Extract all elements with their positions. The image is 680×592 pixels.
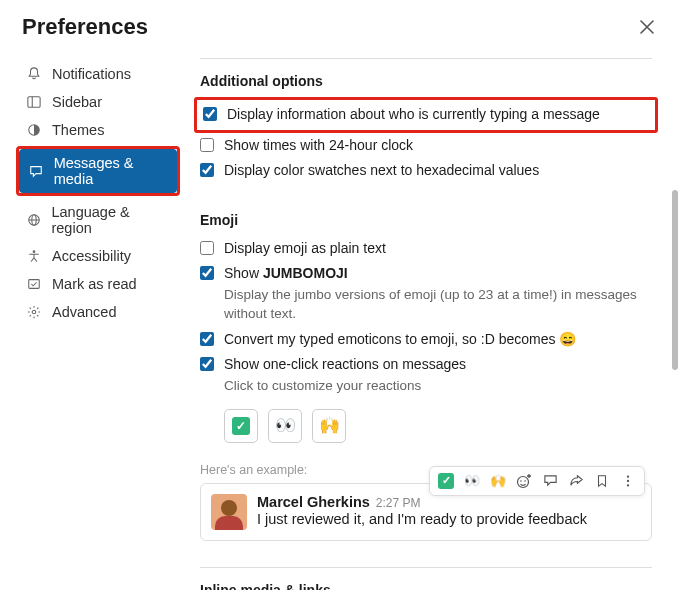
message-hover-toolbar: ✓ 👀 🙌 (429, 466, 645, 496)
checkbox-color-swatches[interactable] (200, 163, 214, 177)
close-icon (640, 20, 654, 34)
option-label: Display information about who is current… (227, 105, 600, 125)
sidebar-item-language[interactable]: Language & region (16, 198, 180, 242)
toolbar-reaction-hands[interactable]: 🙌 (487, 470, 509, 492)
sidebar-item-label: Accessibility (52, 248, 131, 264)
sidebar-item-accessibility[interactable]: Accessibility (16, 242, 180, 270)
option-description: Display the jumbo versions of emoji (up … (224, 286, 652, 324)
toolbar-more[interactable] (617, 470, 639, 492)
option-label: Display emoji as plain text (224, 239, 386, 259)
main-panel: Additional options Display information a… (190, 54, 680, 590)
reaction-slot-1[interactable]: ✓ (224, 409, 258, 443)
option-label: Convert my typed emoticons to emoji, so … (224, 330, 576, 350)
sidebar-item-themes[interactable]: Themes (16, 116, 180, 144)
sidebar-item-advanced[interactable]: Advanced (16, 298, 180, 326)
globe-icon (26, 213, 41, 227)
themes-icon (26, 123, 42, 137)
toolbar-share[interactable] (565, 470, 587, 492)
svg-point-10 (520, 480, 522, 482)
reaction-picker-row: ✓ 👀 🙌 (224, 409, 652, 443)
check-icon: ✓ (438, 473, 454, 489)
divider (200, 58, 652, 59)
toolbar-reaction-check[interactable]: ✓ (435, 470, 457, 492)
message-icon (29, 164, 44, 178)
option-description: Click to customize your reactions (224, 377, 466, 396)
check-icon: ✓ (232, 417, 250, 435)
section-title-additional: Additional options (200, 73, 652, 89)
scrollbar[interactable] (672, 190, 678, 370)
smile-plus-icon (516, 473, 532, 489)
svg-point-8 (32, 310, 36, 314)
toolbar-reaction-eyes[interactable]: 👀 (461, 470, 483, 492)
svg-point-14 (627, 484, 629, 486)
option-label: Show one-click reactions on messages (224, 356, 466, 372)
more-vertical-icon (621, 474, 635, 488)
sidebar-item-label: Messages & media (54, 155, 167, 187)
bell-icon (26, 67, 42, 81)
svg-rect-7 (29, 280, 40, 289)
svg-point-12 (627, 475, 629, 477)
sidebar-item-notifications[interactable]: Notifications (16, 60, 180, 88)
section-title-emoji: Emoji (200, 212, 652, 228)
avatar (211, 494, 247, 530)
hands-icon: 🙌 (319, 415, 340, 436)
divider (200, 567, 652, 568)
checkbox-convert-emoticons[interactable] (200, 332, 214, 346)
message-text: I just reviewed it, and I'm ready to pro… (257, 511, 641, 527)
option-label: Display color swatches next to hexadecim… (224, 161, 539, 181)
toolbar-thread[interactable] (539, 470, 561, 492)
share-icon (569, 473, 584, 488)
checkbox-typing-indicator[interactable] (203, 107, 217, 121)
bookmark-icon (595, 474, 609, 488)
sidebar-item-label: Notifications (52, 66, 131, 82)
sidebar-item-highlight: Messages & media (16, 146, 180, 196)
close-button[interactable] (636, 16, 658, 38)
sidebar-item-label: Mark as read (52, 276, 137, 292)
option-label: Show JUMBOMOJI Display the jumbo version… (224, 264, 652, 323)
sidebar-item-label: Themes (52, 122, 104, 138)
toolbar-add-reaction[interactable] (513, 470, 535, 492)
gear-icon (26, 305, 42, 319)
checkbox-jumbomoji[interactable] (200, 266, 214, 280)
svg-point-6 (33, 250, 36, 253)
sidebar-item-sidebar[interactable]: Sidebar (16, 88, 180, 116)
thread-icon (543, 473, 558, 488)
example-message: ✓ 👀 🙌 Marcel Gherkins 2:27 PM I just rev… (200, 483, 652, 541)
checkbox-oneclick-reactions[interactable] (200, 357, 214, 371)
reaction-slot-2[interactable]: 👀 (268, 409, 302, 443)
sidebar-item-messages-media[interactable]: Messages & media (19, 149, 177, 193)
sidebar-item-label: Advanced (52, 304, 117, 320)
section-title-inline: Inline media & links (200, 582, 652, 590)
accessibility-icon (26, 249, 42, 263)
page-title: Preferences (22, 14, 148, 40)
sidebar-item-mark-read[interactable]: Mark as read (16, 270, 180, 298)
sidebar-item-label: Language & region (51, 204, 170, 236)
sidebar: Notifications Sidebar Themes Messages & … (0, 54, 190, 590)
svg-rect-0 (28, 97, 40, 108)
highlighted-option: Display information about who is current… (194, 97, 658, 133)
svg-point-13 (627, 480, 629, 482)
message-time: 2:27 PM (376, 496, 421, 510)
sidebar-item-label: Sidebar (52, 94, 102, 110)
checkbox-plain-emoji[interactable] (200, 241, 214, 255)
option-label: Show times with 24-hour clock (224, 136, 413, 156)
sidebar-icon (26, 95, 42, 109)
checkbox-24h-clock[interactable] (200, 138, 214, 152)
eyes-icon: 👀 (275, 415, 296, 436)
toolbar-bookmark[interactable] (591, 470, 613, 492)
svg-point-11 (524, 480, 526, 482)
message-author: Marcel Gherkins (257, 494, 370, 510)
mark-read-icon (26, 277, 42, 291)
reaction-slot-3[interactable]: 🙌 (312, 409, 346, 443)
